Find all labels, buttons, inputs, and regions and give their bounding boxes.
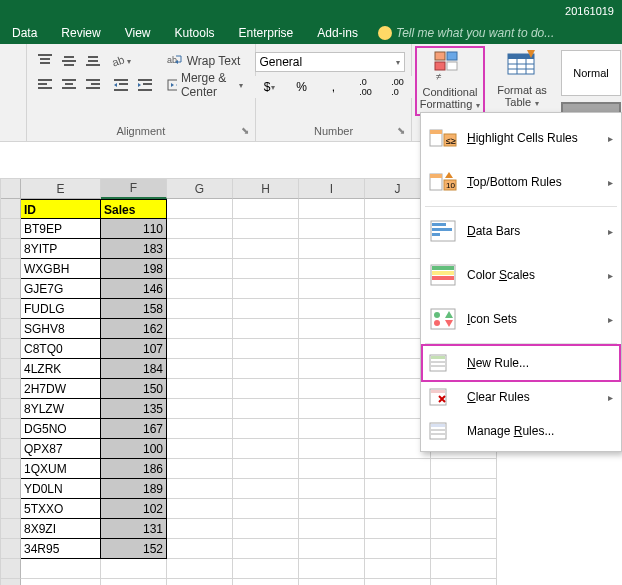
cell[interactable] [233, 319, 299, 339]
cell[interactable] [431, 579, 497, 585]
cell[interactable]: 102 [101, 499, 167, 519]
cell[interactable]: 107 [101, 339, 167, 359]
cell[interactable] [233, 519, 299, 539]
cell[interactable]: 152 [101, 539, 167, 559]
cell[interactable]: DG5NO [21, 419, 101, 439]
cell[interactable] [431, 559, 497, 579]
cell[interactable] [299, 239, 365, 259]
merge-center-button[interactable]: Merge & Center ▾ [161, 74, 249, 96]
cell[interactable] [167, 519, 233, 539]
cell[interactable]: 8YLZW [21, 399, 101, 419]
cell[interactable] [365, 499, 431, 519]
increase-indent-button[interactable] [133, 74, 157, 96]
comma-format-button[interactable]: , [319, 76, 349, 98]
align-center-button[interactable] [57, 74, 81, 96]
cell[interactable]: 8X9ZI [21, 519, 101, 539]
cell[interactable] [299, 459, 365, 479]
cell-style-normal[interactable]: Normal [561, 50, 621, 96]
select-all-corner[interactable] [1, 179, 21, 199]
cell[interactable] [299, 439, 365, 459]
cell[interactable] [365, 479, 431, 499]
cell[interactable] [233, 259, 299, 279]
row-header[interactable] [1, 399, 21, 419]
cell[interactable]: ID [21, 199, 101, 219]
cell[interactable] [299, 559, 365, 579]
cell[interactable] [167, 279, 233, 299]
menu-new-rule[interactable]: New Rule... [423, 346, 619, 380]
tell-me-search[interactable]: Tell me what you want to do... [378, 26, 554, 40]
cell[interactable] [431, 519, 497, 539]
cell[interactable] [167, 399, 233, 419]
cell[interactable] [167, 359, 233, 379]
cell[interactable] [167, 199, 233, 219]
menu-color-scales[interactable]: Color Scales ▸ [423, 253, 619, 297]
column-header[interactable]: G [167, 179, 233, 199]
cell[interactable] [299, 399, 365, 419]
cell[interactable]: 5TXXO [21, 499, 101, 519]
accounting-format-button[interactable]: $ ▾ [255, 76, 285, 98]
cell[interactable] [167, 439, 233, 459]
cell[interactable] [299, 519, 365, 539]
cell[interactable]: 135 [101, 399, 167, 419]
cell[interactable] [167, 319, 233, 339]
format-as-table-button[interactable]: Format asTable ▾ [487, 46, 557, 112]
menu-manage-rules[interactable]: Manage Rules... [423, 414, 619, 448]
cell[interactable] [299, 259, 365, 279]
cell[interactable]: 34R95 [21, 539, 101, 559]
cell[interactable] [233, 559, 299, 579]
increase-decimal-button[interactable]: .0.00 [351, 76, 381, 98]
align-middle-button[interactable] [57, 50, 81, 72]
cell[interactable] [365, 459, 431, 479]
cell[interactable]: 158 [101, 299, 167, 319]
row-header[interactable] [1, 239, 21, 259]
row-header[interactable] [1, 379, 21, 399]
cell[interactable] [21, 579, 101, 585]
cell[interactable] [299, 359, 365, 379]
cell[interactable] [167, 499, 233, 519]
cell[interactable] [167, 219, 233, 239]
cell[interactable] [299, 479, 365, 499]
cell[interactable] [233, 219, 299, 239]
number-dialog-launcher[interactable]: ⬊ [397, 125, 405, 136]
cell[interactable] [233, 339, 299, 359]
cell[interactable] [431, 539, 497, 559]
cell[interactable]: 162 [101, 319, 167, 339]
cell[interactable]: 167 [101, 419, 167, 439]
percent-format-button[interactable]: % [287, 76, 317, 98]
row-header[interactable] [1, 219, 21, 239]
column-header[interactable]: I [299, 179, 365, 199]
cell[interactable]: 150 [101, 379, 167, 399]
cell[interactable] [167, 419, 233, 439]
cell[interactable]: Sales [101, 199, 167, 219]
cell[interactable]: 189 [101, 479, 167, 499]
cell[interactable]: SGHV8 [21, 319, 101, 339]
cell[interactable] [299, 279, 365, 299]
cell[interactable] [299, 419, 365, 439]
cell[interactable] [365, 579, 431, 585]
cell[interactable] [365, 559, 431, 579]
cell[interactable] [233, 279, 299, 299]
cell[interactable] [299, 499, 365, 519]
align-left-button[interactable] [33, 74, 57, 96]
cell[interactable] [299, 319, 365, 339]
row-header[interactable] [1, 539, 21, 559]
cell[interactable] [167, 539, 233, 559]
column-header[interactable]: E [21, 179, 101, 199]
decrease-decimal-button[interactable]: .00.0 [383, 76, 413, 98]
cell[interactable] [299, 299, 365, 319]
cell[interactable] [431, 459, 497, 479]
cell[interactable] [431, 499, 497, 519]
cell[interactable] [299, 579, 365, 585]
cell[interactable]: WXGBH [21, 259, 101, 279]
cell[interactable] [233, 379, 299, 399]
tab-data[interactable]: Data [0, 23, 49, 43]
tab-review[interactable]: Review [49, 23, 112, 43]
cell[interactable]: 184 [101, 359, 167, 379]
cell[interactable] [167, 239, 233, 259]
conditional-formatting-button[interactable]: ≠ ConditionalFormatting ▾ [415, 46, 485, 116]
number-format-combo[interactable]: General ▾ [255, 52, 405, 72]
cell[interactable]: 100 [101, 439, 167, 459]
tab-view[interactable]: View [113, 23, 163, 43]
cell[interactable] [233, 239, 299, 259]
cell[interactable] [167, 379, 233, 399]
